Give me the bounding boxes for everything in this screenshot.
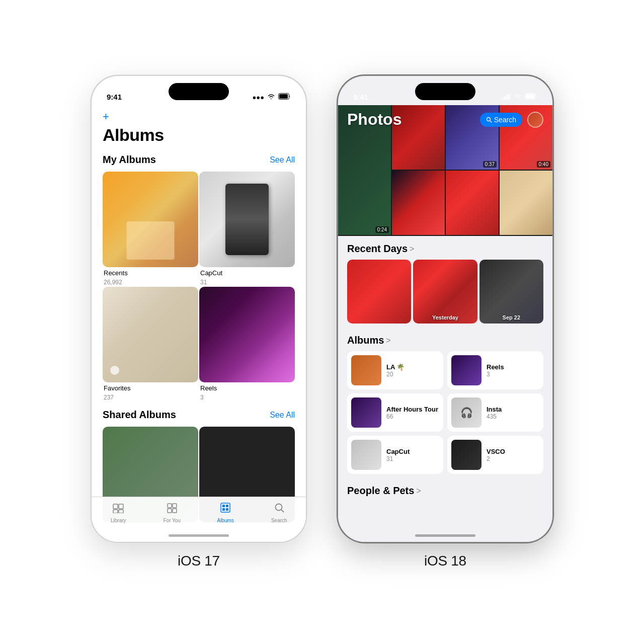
album-name-recents: Recents xyxy=(103,269,198,277)
ios18-albums-section: Albums > LA 🌴 20 xyxy=(338,328,552,478)
tab-search[interactable]: Search xyxy=(253,502,306,523)
svg-rect-19 xyxy=(506,95,508,100)
ios18-wifi-icon xyxy=(514,94,522,101)
tab-library-label: Library xyxy=(111,518,126,523)
vsco-name: VSCO xyxy=(487,448,539,455)
ios18-header-right: Search xyxy=(480,112,543,128)
signal-icon: ●●● xyxy=(252,94,264,101)
album-thumb-reels xyxy=(199,287,295,382)
photo-cell-5 xyxy=(392,171,445,235)
svg-rect-3 xyxy=(119,504,123,509)
recent-days-grid: Yesterday Sep 22 xyxy=(347,260,543,324)
ios17-phone: 9:41 ●●● xyxy=(91,75,307,543)
library-icon xyxy=(112,502,124,516)
svg-rect-10 xyxy=(221,503,230,512)
ios17-status-icons: ●●● xyxy=(252,93,291,101)
svg-rect-6 xyxy=(168,504,172,508)
svg-rect-2 xyxy=(113,504,118,509)
ios18-screen: 0:24 0:37 0:40 Photos xyxy=(338,105,552,542)
ios17-albums-header: + Albums xyxy=(92,105,306,145)
album-reels[interactable]: Reels 3 xyxy=(199,287,295,401)
shared-see-all[interactable]: See All xyxy=(270,411,295,420)
search-tab-icon xyxy=(274,502,285,516)
reels-info: Reels 3 xyxy=(487,363,539,378)
svg-rect-5 xyxy=(119,510,123,513)
ios18-album-vsco[interactable]: VSCO 2 xyxy=(447,436,543,474)
my-albums-header: My Albums See All xyxy=(92,154,306,166)
tab-albums[interactable]: Albums xyxy=(199,502,253,523)
album-name-capcut: CapCut xyxy=(199,269,295,277)
tab-library[interactable]: Library xyxy=(92,502,145,523)
la-thumb xyxy=(351,355,381,385)
recent-day-yesterday[interactable]: Yesterday xyxy=(413,260,477,324)
ios18-time: 9:41 xyxy=(353,93,368,101)
my-albums-title: My Albums xyxy=(103,154,156,166)
album-capcut[interactable]: CapCut 31 xyxy=(199,172,295,286)
vsco-thumb xyxy=(451,440,481,470)
reels-count: 3 xyxy=(487,371,539,378)
recent-day-sep22[interactable]: Sep 22 xyxy=(479,260,543,324)
ios18-photo-mosaic: 0:24 0:37 0:40 Photos xyxy=(338,105,552,236)
duration-badge-3: 0:40 xyxy=(537,161,550,168)
user-avatar[interactable] xyxy=(527,112,543,128)
album-count-favorites: 237 xyxy=(103,394,198,401)
tab-for-you[interactable]: For You xyxy=(145,502,199,523)
svg-rect-7 xyxy=(173,504,177,508)
my-albums-see-all[interactable]: See All xyxy=(270,155,295,165)
svg-rect-22 xyxy=(526,94,534,99)
ios18-wrapper: 9:41 xyxy=(337,75,553,569)
duration-badge-2: 0:37 xyxy=(483,161,497,168)
ios18-header: Photos Search xyxy=(338,105,552,134)
add-button[interactable]: + xyxy=(103,111,295,122)
recent-days-section: Recent Days > Yesterday Sep 22 xyxy=(338,236,552,328)
svg-rect-12 xyxy=(226,505,228,507)
tab-albums-label: Albums xyxy=(217,518,234,523)
ios18-album-capcut[interactable]: CapCut 31 xyxy=(347,436,443,474)
album-recents[interactable]: Recents 26,992 xyxy=(103,172,198,286)
recent-days-title[interactable]: Recent Days > xyxy=(347,243,543,255)
svg-rect-14 xyxy=(226,508,228,511)
ios18-album-after-hours[interactable]: After Hours Tour 66 xyxy=(347,393,443,432)
comparison-container: 9:41 ●●● xyxy=(60,55,584,589)
svg-rect-18 xyxy=(504,96,506,100)
insta-info: Insta 435 xyxy=(487,406,539,420)
album-count-capcut: 31 xyxy=(199,279,295,286)
svg-rect-1 xyxy=(279,94,288,99)
home-indicator-left xyxy=(169,534,229,537)
tab-for-you-label: For You xyxy=(164,518,181,523)
ios17-screen: + Albums My Albums See All Recents 26,99… xyxy=(92,105,306,542)
ios18-search-button[interactable]: Search xyxy=(480,113,522,127)
ios18-status-bar: 9:41 xyxy=(338,76,552,105)
svg-rect-11 xyxy=(222,505,225,507)
svg-rect-4 xyxy=(113,510,118,513)
people-pets-title[interactable]: People & Pets > xyxy=(347,485,543,497)
albums-icon xyxy=(219,502,231,516)
after-hours-count: 66 xyxy=(386,413,439,420)
svg-rect-17 xyxy=(502,98,503,100)
album-thumb-capcut xyxy=(199,172,295,267)
ios18-battery-icon xyxy=(525,93,537,101)
album-name-favorites: Favorites xyxy=(103,384,198,392)
ios18-phone: 9:41 xyxy=(337,75,553,543)
home-indicator-right xyxy=(415,534,475,537)
ios18-albums-title[interactable]: Albums > xyxy=(347,335,543,346)
capcut-thumb-18 xyxy=(351,440,381,470)
svg-point-23 xyxy=(487,117,490,121)
photo-cell-7 xyxy=(500,171,552,235)
album-thumb-favorites xyxy=(103,287,198,382)
svg-rect-13 xyxy=(222,508,225,511)
ios18-album-la[interactable]: LA 🌴 20 xyxy=(347,351,443,389)
shared-albums-title: Shared Albums xyxy=(103,409,176,421)
capcut-count-18: 31 xyxy=(386,455,439,462)
ios18-scroll-content: Recent Days > Yesterday Sep 22 xyxy=(338,236,552,526)
recent-day-today[interactable] xyxy=(347,260,411,324)
tab-search-label: Search xyxy=(271,518,287,523)
capcut-info: CapCut 31 xyxy=(386,448,439,462)
la-count: 20 xyxy=(386,371,439,378)
album-favorites[interactable]: Favorites 237 xyxy=(103,287,198,401)
svg-line-16 xyxy=(281,510,284,512)
duration-badge-1: 0:24 xyxy=(375,226,389,233)
ios18-album-insta[interactable]: 🎧 Insta 435 xyxy=(447,393,543,432)
ios18-album-reels[interactable]: Reels 3 xyxy=(447,351,543,389)
people-pets-section: People & Pets > xyxy=(338,478,552,506)
